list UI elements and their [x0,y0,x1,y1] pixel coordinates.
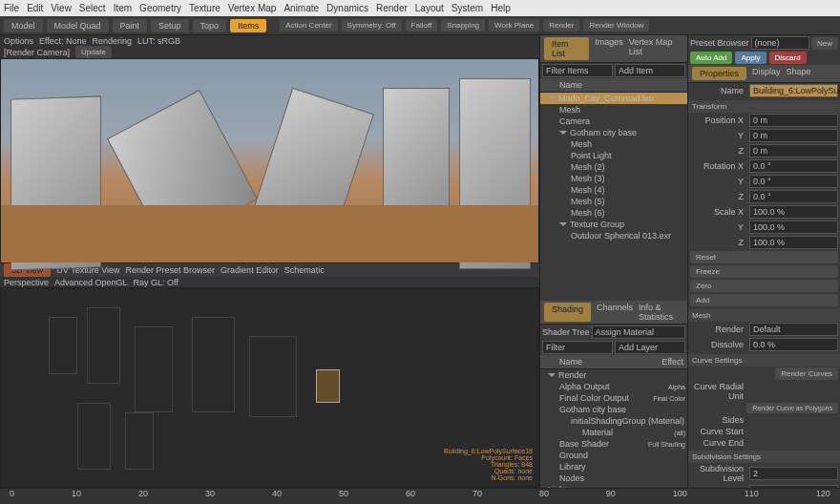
tab-paint[interactable]: Paint [113,19,148,32]
render-curves[interactable]: Render Curves [775,368,838,380]
filter-items[interactable]: Filter Items [542,64,613,77]
add-transform-button[interactable]: Add [690,294,838,306]
tree-row[interactable]: Ground [540,450,687,461]
tree-row[interactable]: Mesh (3) [540,173,687,184]
3d-viewport[interactable]: Building_6:LowPolySurface18Polycount: Fa… [0,287,539,488]
workplane-button[interactable]: Work Plane [489,19,539,32]
assign-material[interactable]: Assign Material [592,326,685,339]
tab-model[interactable]: Model [4,19,43,32]
curve-section[interactable]: Curve Settings [688,354,840,367]
add-item[interactable]: Add Item [615,64,685,77]
tab-schematic[interactable]: Schematic [284,265,325,275]
menu-edit[interactable]: Edit [27,3,43,13]
tree-row[interactable]: Mesh [540,138,687,150]
tree-row[interactable]: Mesh (2) [540,161,687,173]
rotz-field[interactable]: 0.0 ° [749,190,838,203]
render-window-button[interactable]: Render Window [583,19,649,32]
render-field[interactable]: Default [749,323,838,336]
tree-row[interactable]: Render [540,369,687,381]
tab-images[interactable]: Images [595,37,623,60]
subd-section[interactable]: Subdivision Settings [688,451,840,463]
expand-icon[interactable] [559,131,567,135]
expand-icon[interactable] [548,96,556,100]
render-viewport[interactable] [0,58,539,263]
view-raygl[interactable]: Ray GL: Off [134,278,178,287]
tab-setup[interactable]: Setup [151,19,189,32]
menu-system[interactable]: System [452,3,483,13]
tree-row[interactable]: Gotham city base [540,127,687,138]
tree-row[interactable]: Alpha OutputAlpha [540,381,687,392]
apply-button[interactable]: Apply [735,52,766,64]
shade-filter[interactable]: Filter [542,341,613,354]
render-camera-dropdown[interactable]: [Render Camera] [4,48,70,57]
new-button[interactable]: New [811,37,838,50]
tab-itemlist[interactable]: Item List [544,37,589,60]
menu-select[interactable]: Select [79,3,106,13]
tab-model-quad[interactable]: Model Quad [47,19,109,32]
tree-row[interactable]: Texture Group [540,219,687,230]
tab-shading[interactable]: Shading [544,303,591,322]
zero-button[interactable]: Zero [690,280,838,292]
tree-row[interactable]: Point Light [540,150,687,161]
tree-row[interactable]: Outdoor Spherical 013.exr [540,230,687,242]
lut-dropdown[interactable]: LUT: sRGB [137,36,180,46]
rotx-field[interactable]: 0.0 ° [749,159,838,173]
menu-render[interactable]: Render [376,3,408,13]
tab-vmaplist[interactable]: Vertex Map List [629,37,683,60]
transform-section[interactable]: Transform [688,100,840,113]
tab-items[interactable]: Items [230,19,266,32]
menu-vertexmap[interactable]: Vertex Map [228,3,277,13]
tab-shape[interactable]: Shape [787,67,811,80]
tree-row[interactable]: Mesh [540,104,687,116]
menu-texture[interactable]: Texture [189,3,220,13]
preset-none[interactable]: (none) [751,36,809,50]
render-button[interactable]: Render [543,19,579,32]
menu-geometry[interactable]: Geometry [139,3,181,13]
tree-row[interactable]: Mesh (5) [540,196,687,207]
tree-row[interactable]: Nodes [540,472,687,484]
update-button[interactable]: Update [75,46,112,58]
tab-channels[interactable]: Channels [597,303,633,322]
falloff-button[interactable]: Falloff [406,19,438,32]
tree-row[interactable]: Base ShaderFull Shading [540,438,687,450]
tree-row[interactable]: Mesh (4) [540,184,687,196]
sclz-field[interactable]: 100.0 % [749,236,838,249]
tree-row[interactable]: Gotham city base [540,404,687,415]
tree-row[interactable]: Mesh (6) [540,207,687,219]
tab-info[interactable]: Info & Statistics [639,303,683,322]
tree-row[interactable]: initialShadingGroup (Material) [540,415,687,427]
add-layer[interactable]: Add Layer [615,341,685,354]
view-perspective[interactable]: Perspective [4,278,49,287]
reset-button[interactable]: Reset [690,251,838,263]
tab-gradient[interactable]: Gradient Editor [220,265,279,275]
tree-row[interactable]: Camera [540,116,687,127]
autoadd-button[interactable]: Auto Add [690,52,732,64]
snapping-button[interactable]: Snapping [441,19,485,32]
tab-render-preset[interactable]: Render Preset Browser [126,265,216,275]
tab-display[interactable]: Display [752,67,781,80]
roty-field[interactable]: 0.0 ° [749,175,838,188]
subdlevel-field[interactable]: 2 [749,467,838,480]
mesh-section[interactable]: Mesh [688,309,840,322]
view-opengl[interactable]: Advanced OpenGL [54,278,128,287]
posz-field[interactable]: 0 m [749,144,838,158]
effect-dropdown[interactable]: Effect: None [39,36,86,46]
posx-field[interactable]: 0 m [749,114,838,127]
freeze-button[interactable]: Freeze [690,265,838,278]
tab-properties[interactable]: Properties [692,67,746,80]
preset-browser[interactable]: Preset Browser [690,38,749,48]
tree-row[interactable]: Library [540,461,687,472]
menu-view[interactable]: View [51,3,72,13]
name-field[interactable]: Building_6:LowPolySurface18 [749,84,838,97]
action-center-button[interactable]: Action Center [280,19,337,32]
render-curve-poly[interactable]: Render Curve as Polygons [746,403,838,413]
menu-dynamics[interactable]: Dynamics [326,3,368,13]
discard-button[interactable]: Discard [769,52,807,64]
expand-icon[interactable] [548,373,556,377]
timeline[interactable]: 0 10 20 30 40 50 60 70 80 90 100 110 120 [0,488,840,504]
tab-topo[interactable]: Topo [193,19,227,32]
tree-row[interactable]: Modo_City_Gumroad.lxo [540,93,687,104]
scly-field[interactable]: 100.0 % [749,220,838,234]
menu-layout[interactable]: Layout [415,3,444,13]
tree-row[interactable]: Material(all) [540,427,687,438]
